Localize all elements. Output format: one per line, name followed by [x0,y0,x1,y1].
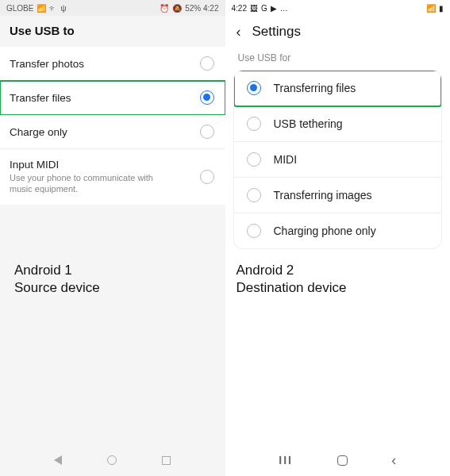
nav-bar [0,447,225,473]
caption: Android 1 Source device [14,262,100,297]
nav-home-icon[interactable] [337,455,348,466]
option-transfer-files[interactable]: Transfer files [0,81,225,115]
usb-options-list: Transferring files USB tethering MIDI Tr… [233,70,443,249]
nav-bar: III ‹ [225,447,451,473]
option-label: Input MIDI [10,159,200,171]
option-charge-only[interactable]: Charge only [0,115,225,149]
google-icon: G [261,4,267,13]
option-transferring-images[interactable]: Transferring images [234,178,442,213]
option-transfer-photos[interactable]: Transfer photos [0,47,225,81]
radio-icon [247,224,261,238]
alarm-icon: ⏰ [160,4,169,13]
option-label: MIDI [274,153,298,166]
radio-icon [200,170,214,184]
clock-label: 4:22 [232,4,247,13]
radio-icon [247,117,261,131]
option-label: Charge only [10,126,200,138]
signal-icon: 📶 [426,4,436,13]
carrier-label: GLOBE [6,4,33,13]
section-label: Use USB for [225,49,451,70]
radio-icon-selected [200,90,214,105]
caption-line-2: Source device [14,279,100,297]
option-usb-tethering[interactable]: USB tethering [234,106,442,142]
radio-icon [247,152,261,167]
nav-back-icon[interactable]: ‹ [391,452,396,469]
wifi-icon: ᯤ [49,4,57,13]
gallery-icon: 🖼 [250,4,258,13]
caption-line-2: Destination device [237,279,347,297]
phone-android-1: GLOBE 📶 ᯤ ψ ⏰ 🔕 52% 4:22 Use USB to Tran… [0,0,225,476]
signal-icon: 📶 [37,4,46,13]
option-subtext: Use your phone to communicate with music… [10,173,176,195]
phone-android-2: 4:22 🖼 G ▶ … 📶 ▮ ‹ Settings Use USB for … [225,0,451,476]
option-label: USB tethering [274,117,343,130]
nav-back-icon[interactable] [54,455,62,465]
back-button[interactable]: ‹ [237,25,241,39]
page-title: Settings [252,24,301,40]
nav-home-icon[interactable] [107,455,117,465]
usb-icon: ψ [60,4,66,13]
option-label: Transfer files [10,92,200,104]
radio-icon [200,56,214,71]
option-label: Charging phone only [274,225,376,237]
radio-icon-selected [247,81,261,95]
option-label: Transferring files [274,82,356,94]
option-input-midi[interactable]: Input MIDI Use your phone to communicate… [0,149,225,205]
caption-line-1: Android 1 [14,262,100,279]
usb-options-list: Transfer photos Transfer files Charge on… [0,47,225,205]
battery-icon: ▮ [439,4,444,13]
option-label: Transfer photos [10,58,200,70]
nav-recents-icon[interactable]: III [279,454,293,466]
option-midi[interactable]: MIDI [234,142,442,178]
caption: Android 2 Destination device [237,262,347,297]
option-label: Transferring images [274,189,372,202]
dnd-icon: 🔕 [172,4,182,13]
radio-icon [247,188,261,202]
battery-label: 52% 4:22 [185,4,218,13]
option-charging-only[interactable]: Charging phone only [234,213,442,248]
more-icon: … [280,4,288,13]
radio-icon [200,125,214,139]
status-bar: GLOBE 📶 ᯤ ψ ⏰ 🔕 52% 4:22 [0,0,225,16]
option-transferring-files[interactable]: Transferring files [234,71,442,106]
header: ‹ Settings [225,16,451,49]
status-bar: 4:22 🖼 G ▶ … 📶 ▮ [225,0,451,16]
caption-line-1: Android 2 [237,262,347,279]
page-title: Use USB to [0,16,225,47]
youtube-icon: ▶ [271,4,277,13]
nav-recents-icon[interactable] [162,456,171,465]
